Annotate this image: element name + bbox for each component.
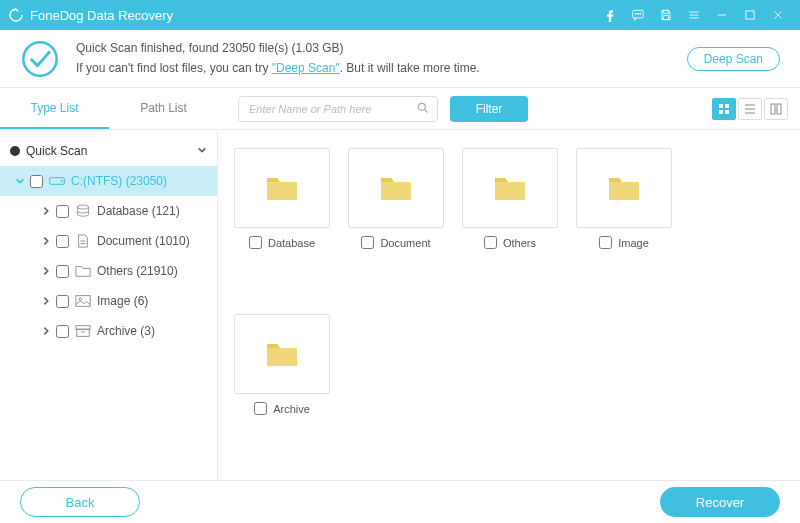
refresh-icon bbox=[8, 7, 24, 23]
tree-item-others[interactable]: Others (21910) bbox=[0, 256, 217, 286]
chevron-right-icon[interactable] bbox=[36, 326, 56, 336]
tree-checkbox[interactable] bbox=[56, 325, 69, 338]
svg-rect-23 bbox=[771, 104, 775, 114]
svg-rect-30 bbox=[76, 296, 90, 307]
tree-item-document[interactable]: Document (1010) bbox=[0, 226, 217, 256]
tree-root-quickscan[interactable]: Quick Scan bbox=[0, 136, 217, 166]
folder-grid: Database Document Others Image Archive bbox=[218, 130, 800, 480]
svg-line-15 bbox=[425, 109, 428, 112]
folder-label: Image bbox=[618, 237, 649, 249]
folder-checkbox[interactable] bbox=[254, 402, 267, 415]
folder-checkbox[interactable] bbox=[249, 236, 262, 249]
chevron-right-icon[interactable] bbox=[36, 266, 56, 276]
tree-item-database[interactable]: Database (121) bbox=[0, 196, 217, 226]
folder-label: Document bbox=[380, 237, 430, 249]
tree-checkbox[interactable] bbox=[56, 235, 69, 248]
svg-point-13 bbox=[23, 42, 56, 75]
folder-icon bbox=[265, 174, 299, 202]
folder-checkbox[interactable] bbox=[599, 236, 612, 249]
svg-rect-32 bbox=[76, 326, 90, 330]
folder-checkbox[interactable] bbox=[484, 236, 497, 249]
sidebar-tree: Quick Scan C:(NTFS) (23050) Database (12… bbox=[0, 130, 218, 480]
tree-item-label: Others (21910) bbox=[97, 264, 178, 278]
tree-checkbox[interactable] bbox=[56, 265, 69, 278]
tab-type-list[interactable]: Type List bbox=[0, 88, 109, 129]
app-logo: FoneDog Data Recovery bbox=[8, 7, 173, 23]
svg-rect-18 bbox=[719, 110, 723, 114]
titlebar: FoneDog Data Recovery bbox=[0, 0, 800, 30]
close-button[interactable] bbox=[764, 0, 792, 30]
tree-drive-c[interactable]: C:(NTFS) (23050) bbox=[0, 166, 217, 196]
tree-root-label: Quick Scan bbox=[26, 144, 197, 158]
svg-point-14 bbox=[418, 103, 425, 110]
view-grid-button[interactable] bbox=[712, 98, 736, 120]
svg-point-31 bbox=[79, 298, 82, 301]
tree-checkbox[interactable] bbox=[30, 175, 43, 188]
folder-checkbox[interactable] bbox=[361, 236, 374, 249]
view-mode-group bbox=[712, 98, 788, 120]
folder-archive[interactable]: Archive bbox=[234, 314, 330, 415]
svg-point-3 bbox=[640, 13, 641, 14]
svg-point-26 bbox=[61, 180, 62, 181]
app-title: FoneDog Data Recovery bbox=[30, 8, 173, 23]
folder-document[interactable]: Document bbox=[348, 148, 444, 249]
chevron-right-icon[interactable] bbox=[36, 296, 56, 306]
filter-button[interactable]: Filter bbox=[450, 96, 528, 122]
folder-label: Others bbox=[503, 237, 536, 249]
scan-hint-line: If you can't find lost files, you can tr… bbox=[76, 59, 687, 78]
deep-scan-link[interactable]: "Deep Scan" bbox=[272, 61, 340, 75]
chevron-down-icon[interactable] bbox=[197, 144, 207, 158]
svg-rect-24 bbox=[777, 104, 781, 114]
tree-checkbox[interactable] bbox=[56, 295, 69, 308]
view-detail-button[interactable] bbox=[764, 98, 788, 120]
tab-path-list[interactable]: Path List bbox=[109, 88, 218, 129]
tree-item-archive[interactable]: Archive (3) bbox=[0, 316, 217, 346]
folder-database[interactable]: Database bbox=[234, 148, 330, 249]
drive-icon bbox=[49, 174, 65, 188]
tree-item-image[interactable]: Image (6) bbox=[0, 286, 217, 316]
search-input[interactable] bbox=[238, 96, 438, 122]
folder-thumb bbox=[234, 148, 330, 228]
chevron-right-icon[interactable] bbox=[36, 236, 56, 246]
tree-item-label: Image (6) bbox=[97, 294, 148, 308]
svg-rect-5 bbox=[664, 16, 669, 20]
tree-drive-label: C:(NTFS) (23050) bbox=[71, 174, 167, 188]
folder-icon bbox=[607, 174, 641, 202]
database-icon bbox=[75, 204, 91, 218]
folder-icon bbox=[75, 264, 91, 278]
folder-others[interactable]: Others bbox=[462, 148, 558, 249]
bullet-icon bbox=[10, 146, 20, 156]
search-icon[interactable] bbox=[416, 101, 430, 115]
view-list-button[interactable] bbox=[738, 98, 762, 120]
scan-info-bar: Quick Scan finished, found 23050 file(s)… bbox=[0, 30, 800, 88]
folder-image[interactable]: Image bbox=[576, 148, 672, 249]
menu-icon[interactable] bbox=[680, 0, 708, 30]
svg-point-2 bbox=[637, 13, 638, 14]
save-icon[interactable] bbox=[652, 0, 680, 30]
deep-scan-button[interactable]: Deep Scan bbox=[687, 47, 780, 71]
folder-thumb bbox=[462, 148, 558, 228]
search-wrap bbox=[238, 96, 438, 122]
svg-rect-16 bbox=[719, 104, 723, 108]
back-button[interactable]: Back bbox=[20, 487, 140, 517]
tree-item-label: Database (121) bbox=[97, 204, 180, 218]
folder-label: Archive bbox=[273, 403, 310, 415]
folder-icon bbox=[493, 174, 527, 202]
maximize-button[interactable] bbox=[736, 0, 764, 30]
recover-button[interactable]: Recover bbox=[660, 487, 780, 517]
chevron-down-icon[interactable] bbox=[10, 176, 30, 186]
folder-icon bbox=[265, 340, 299, 368]
facebook-icon[interactable] bbox=[596, 0, 624, 30]
list-tabs: Type List Path List bbox=[0, 88, 218, 129]
svg-rect-33 bbox=[77, 329, 89, 336]
folder-thumb bbox=[576, 148, 672, 228]
svg-point-27 bbox=[77, 205, 88, 209]
folder-label: Database bbox=[268, 237, 315, 249]
minimize-button[interactable] bbox=[708, 0, 736, 30]
svg-rect-10 bbox=[746, 11, 754, 19]
svg-point-1 bbox=[635, 13, 636, 14]
feedback-icon[interactable] bbox=[624, 0, 652, 30]
svg-rect-17 bbox=[725, 104, 729, 108]
tree-checkbox[interactable] bbox=[56, 205, 69, 218]
chevron-right-icon[interactable] bbox=[36, 206, 56, 216]
